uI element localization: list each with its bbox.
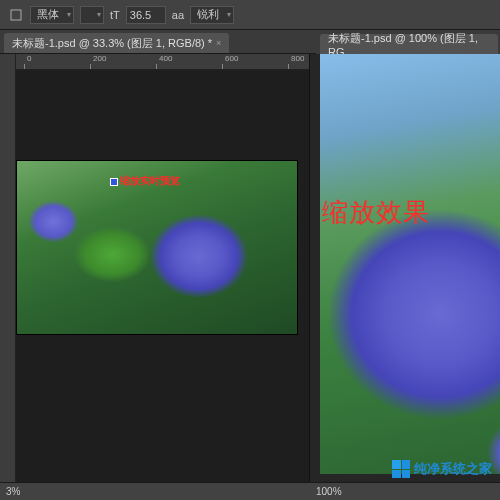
watermark-text: 纯净系统之家 (414, 460, 492, 478)
vertical-ruler[interactable] (0, 54, 16, 482)
ruler-tick: 400 (159, 54, 172, 63)
options-bar: 黑体 tT aa 锐利 (0, 0, 500, 30)
font-style-dropdown[interactable] (80, 6, 104, 24)
font-size-label: tT (110, 9, 120, 21)
ruler-tick: 200 (93, 54, 106, 63)
tool-preset-icon[interactable] (8, 7, 24, 23)
document-tabstrip-right: 未标题-1.psd @ 100% (图层 1, RG (316, 30, 500, 54)
ruler-tick: 0 (27, 54, 31, 63)
document-image-zoomed[interactable] (320, 54, 500, 474)
left-document-view: 0 200 400 600 800 (0, 54, 310, 482)
document-tab-left[interactable]: 未标题-1.psd @ 33.3% (图层 1, RGB/8) * × (4, 33, 229, 53)
right-document-view (310, 54, 500, 482)
aa-label: aa (172, 9, 184, 21)
annotation-small: 缩放实时预览 (120, 174, 180, 188)
ruler-tick: 800 (291, 54, 304, 63)
canvas-left[interactable] (16, 70, 309, 482)
document-tab-right[interactable]: 未标题-1.psd @ 100% (图层 1, RG (320, 34, 498, 54)
close-icon[interactable]: × (216, 38, 221, 48)
horizontal-ruler[interactable]: 0 200 400 600 800 (16, 54, 309, 70)
status-bar: 3% 100% (0, 482, 500, 500)
zoom-level-left[interactable]: 3% (0, 486, 310, 497)
watermark-logo-icon (392, 460, 410, 478)
watermark: 纯净系统之家 (392, 460, 492, 478)
zoom-level-right[interactable]: 100% (310, 486, 342, 497)
workspace: 0 200 400 600 800 (0, 54, 500, 482)
font-size-input[interactable] (126, 6, 166, 24)
ruler-tick: 600 (225, 54, 238, 63)
tab-label: 未标题-1.psd @ 33.3% (图层 1, RGB/8) * (12, 36, 212, 51)
font-family-dropdown[interactable]: 黑体 (30, 6, 74, 24)
annotation-large: 缩放效果 (322, 195, 430, 230)
svg-rect-0 (11, 10, 21, 20)
antialias-dropdown[interactable]: 锐利 (190, 6, 234, 24)
